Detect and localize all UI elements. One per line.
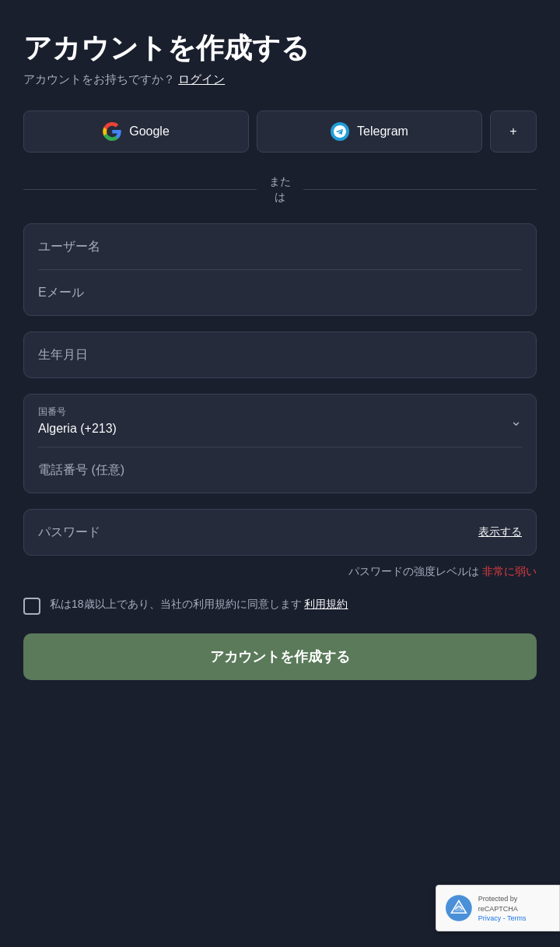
recaptcha-logo	[446, 893, 472, 923]
create-account-button[interactable]: アカウントを作成する	[23, 633, 537, 680]
password-section: 表示する	[23, 509, 537, 556]
recaptcha-privacy[interactable]: Privacy	[478, 914, 502, 922]
login-hint-text: アカウントをお持ちですか？	[23, 72, 175, 86]
birthdate-section	[23, 331, 537, 378]
recaptcha-links[interactable]: Privacy - Terms	[478, 914, 550, 922]
birthdate-input[interactable]	[24, 332, 536, 377]
password-strength-value: 非常に弱い	[482, 565, 537, 577]
divider-row: また は	[23, 174, 537, 205]
page-title: アカウントを作成する	[23, 31, 537, 65]
country-label: 国番号	[38, 405, 522, 419]
chevron-down-icon: ⌄	[510, 412, 522, 430]
recaptcha-terms[interactable]: Terms	[507, 914, 527, 922]
show-password-button[interactable]: 表示する	[478, 525, 522, 539]
recaptcha-badge: Protected by reCAPTCHA Privacy - Terms	[436, 885, 560, 931]
terms-label: 私は18歳以上であり、当社の利用規約に同意します	[50, 598, 302, 610]
divider-text: また は	[257, 174, 303, 205]
google-button[interactable]: Google	[23, 110, 249, 153]
divider-line-right	[303, 189, 537, 190]
recaptcha-protected-text: Protected by reCAPTCHA	[478, 894, 550, 914]
recaptcha-separator: -	[503, 914, 506, 922]
telegram-button[interactable]: Telegram	[257, 110, 482, 153]
password-input[interactable]	[38, 510, 478, 555]
page-container: アカウントを作成する アカウントをお持ちですか？ ログイン Google Tel…	[0, 0, 560, 758]
login-link[interactable]: ログイン	[178, 72, 225, 86]
phone-input[interactable]	[24, 447, 536, 493]
password-strength-prefix: パスワードの強度レベルは	[348, 565, 479, 577]
country-select[interactable]: 国番号 Algeria (+213) ⌄	[24, 395, 536, 447]
login-hint: アカウントをお持ちですか？ ログイン	[23, 72, 537, 87]
terms-checkbox[interactable]	[23, 598, 40, 615]
divider-line-left	[23, 189, 257, 190]
terms-of-service-link[interactable]: 利用規約	[304, 598, 348, 610]
terms-text: 私は18歳以上であり、当社の利用規約に同意します 利用規約	[50, 596, 348, 612]
more-options-button[interactable]: +	[490, 110, 537, 153]
password-strength-row: パスワードの強度レベルは 非常に弱い	[23, 565, 537, 579]
recaptcha-text-block: Protected by reCAPTCHA Privacy - Terms	[478, 894, 550, 921]
country-phone-section: 国番号 Algeria (+213) ⌄	[23, 394, 537, 493]
telegram-label: Telegram	[357, 125, 408, 139]
email-input[interactable]	[24, 270, 536, 315]
country-value: Algeria (+213)	[38, 422, 117, 435]
social-buttons-row: Google Telegram +	[23, 110, 537, 153]
plus-icon: +	[509, 125, 516, 139]
username-email-section	[23, 223, 537, 316]
terms-row: 私は18歳以上であり、当社の利用規約に同意します 利用規約	[23, 596, 537, 615]
google-icon	[103, 122, 121, 141]
username-input[interactable]	[24, 224, 536, 269]
telegram-icon	[331, 122, 349, 141]
google-label: Google	[129, 125, 170, 139]
